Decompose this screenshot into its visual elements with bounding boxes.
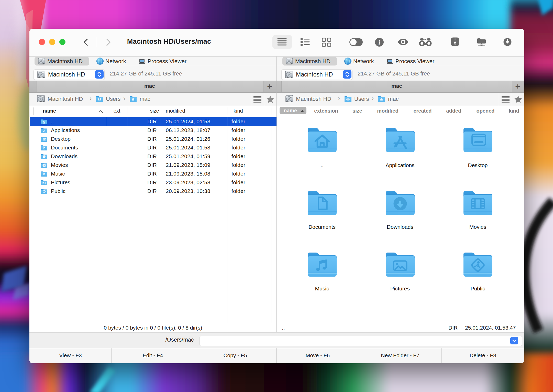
svg-text:i: i bbox=[378, 39, 380, 46]
